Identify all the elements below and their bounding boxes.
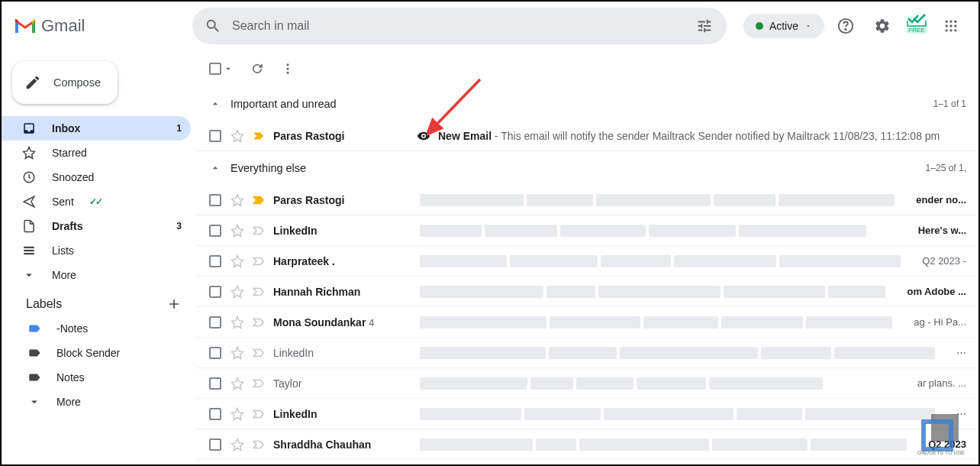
refresh-icon[interactable]	[250, 62, 264, 76]
star-button[interactable]	[230, 193, 246, 207]
star-button[interactable]	[230, 129, 246, 143]
importance-marker[interactable]	[252, 377, 267, 390]
sidebar-item-count: 1	[176, 123, 182, 134]
email-row[interactable]: LinkedIn ⋯	[197, 399, 978, 429]
mailtrack-badge[interactable]: FREE	[904, 13, 930, 39]
preview: - This email will notify the sender Mail…	[492, 130, 940, 142]
importance-marker[interactable]	[252, 224, 267, 238]
email-row[interactable]: Taylor ar plans. ...	[197, 368, 978, 399]
status-label: Active	[769, 20, 798, 32]
search-input[interactable]	[232, 19, 685, 33]
gmail-logo[interactable]: Gmail	[14, 16, 85, 36]
row-checkbox[interactable]	[209, 408, 221, 420]
status-chip[interactable]: Active	[743, 14, 824, 38]
section-count: 1–25 of 1,	[926, 163, 966, 173]
sidebar-item-lists[interactable]: Lists	[2, 238, 191, 263]
clock-icon	[22, 170, 36, 184]
label-item-notes2[interactable]: Notes	[8, 365, 191, 390]
sidebar-item-label: More	[52, 269, 76, 281]
annotation-arrow	[427, 75, 488, 136]
main-panel: Important and unread 1–1 of 1 Paras Rast…	[197, 50, 978, 464]
label-item-block[interactable]: Block Sender	[8, 341, 191, 365]
label-icon	[27, 346, 41, 360]
more-vert-icon[interactable]	[281, 62, 295, 76]
sidebar-item-inbox[interactable]: Inbox 1	[2, 116, 191, 141]
row-checkbox[interactable]	[209, 286, 221, 298]
sender: Paras Rastogi	[273, 130, 411, 142]
header: Gmail Active FREE	[2, 2, 978, 50]
apps-button[interactable]	[936, 11, 966, 41]
caret-down-icon[interactable]	[223, 63, 234, 74]
star-button[interactable]	[230, 377, 246, 390]
star-button[interactable]	[230, 254, 246, 268]
sidebar-item-snoozed[interactable]: Snoozed	[2, 165, 191, 189]
email-row[interactable]: LinkedIn ⋯	[197, 338, 978, 368]
label-item-notes1[interactable]: -Notes	[8, 316, 191, 341]
chevron-up-icon	[209, 162, 221, 174]
email-row[interactable]: Harprateek . Q2 2023 -	[197, 246, 978, 277]
sidebar-item-more[interactable]: More	[2, 263, 191, 287]
importance-icon	[252, 438, 266, 451]
sidebar-item-sent[interactable]: Sent ✓✓	[2, 189, 191, 214]
star-button[interactable]	[230, 346, 246, 360]
sender: LinkedIn	[273, 408, 411, 420]
svg-point-6	[949, 24, 952, 27]
watermark-text: GADGETS TO USE	[917, 450, 965, 455]
email-row[interactable]: Mona Soundankar 4 ag - Hi Pa...	[197, 307, 978, 338]
row-checkbox[interactable]	[209, 255, 221, 267]
importance-marker[interactable]	[252, 193, 267, 207]
redacted-content	[420, 189, 895, 211]
settings-button[interactable]	[867, 11, 898, 41]
star-button[interactable]	[230, 316, 246, 329]
search-icon	[205, 18, 221, 34]
email-row[interactable]: Paras Rastogi New Email - This email wil…	[197, 121, 978, 151]
redacted-content	[420, 281, 885, 303]
svg-line-19	[434, 79, 480, 127]
svg-point-7	[954, 24, 956, 27]
sidebar-item-starred[interactable]: Starred	[2, 141, 191, 165]
tune-icon[interactable]	[696, 18, 713, 34]
email-row[interactable]: LinkedIn Here's w...	[197, 215, 978, 246]
label-item-more[interactable]: More	[8, 390, 191, 414]
app-name: Gmail	[41, 16, 85, 36]
redacted-content	[420, 251, 901, 272]
importance-icon	[252, 224, 266, 238]
email-row[interactable]: Hannah Richman om Adobe ...	[197, 277, 978, 307]
star-button[interactable]	[230, 224, 246, 238]
importance-marker[interactable]	[252, 285, 267, 299]
star-button[interactable]	[230, 438, 246, 451]
row-checkbox[interactable]	[209, 316, 221, 328]
plus-icon[interactable]	[166, 296, 182, 312]
importance-icon	[252, 377, 266, 390]
svg-point-16	[287, 68, 289, 70]
sidebar-item-drafts[interactable]: Drafts 3	[2, 214, 191, 238]
row-checkbox[interactable]	[209, 225, 221, 237]
email-row[interactable]: Shraddha Chauhan Q2 2023	[197, 429, 978, 460]
search-bar[interactable]	[192, 8, 727, 44]
row-checkbox[interactable]	[209, 194, 221, 206]
apps-grid-icon	[943, 18, 959, 34]
row-checkbox[interactable]	[209, 377, 221, 390]
row-checkbox[interactable]	[209, 347, 221, 359]
star-button[interactable]	[230, 285, 246, 299]
row-checkbox[interactable]	[209, 438, 221, 451]
sidebar-item-label: Drafts	[52, 220, 82, 232]
importance-marker[interactable]	[252, 346, 267, 360]
section-important[interactable]: Important and unread 1–1 of 1	[197, 87, 978, 121]
importance-marker[interactable]	[252, 129, 267, 143]
star-button[interactable]	[230, 407, 246, 421]
select-all[interactable]	[209, 63, 234, 75]
mailtrack-free-label: FREE	[907, 27, 926, 34]
importance-marker[interactable]	[252, 254, 267, 268]
importance-marker[interactable]	[252, 438, 267, 451]
sidebar-item-label: Sent	[52, 196, 74, 208]
importance-marker[interactable]	[252, 316, 267, 329]
row-checkbox[interactable]	[209, 130, 221, 142]
chevron-up-icon	[209, 98, 221, 110]
section-title: Important and unread	[230, 98, 337, 110]
importance-marker[interactable]	[252, 407, 267, 421]
section-everything[interactable]: Everything else 1–25 of 1,	[197, 151, 978, 185]
help-button[interactable]	[830, 11, 861, 41]
compose-button[interactable]: Compose	[12, 61, 118, 104]
email-row[interactable]: Paras Rastogi ender no...	[197, 185, 978, 215]
